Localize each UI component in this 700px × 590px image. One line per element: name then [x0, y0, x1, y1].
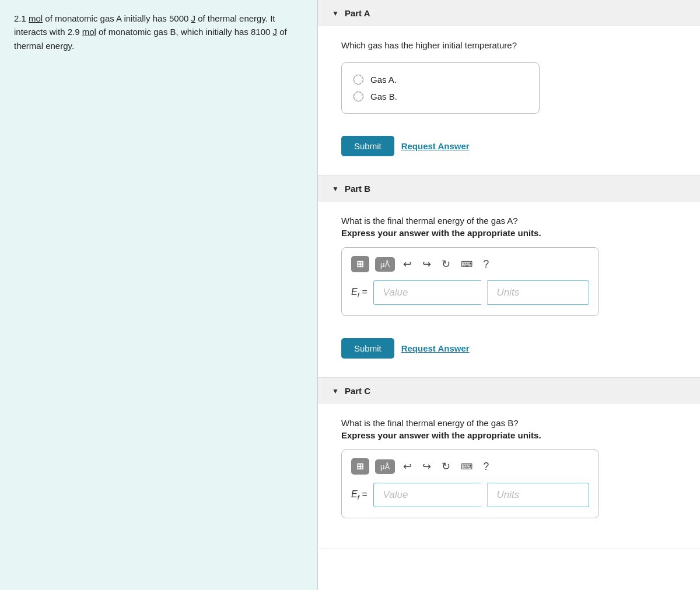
part-b-math-container: ⊞ μÅ ↩ ↪ ↻ ⌨ ? Ef =: [341, 247, 599, 316]
grid-icon-b[interactable]: ⊞: [351, 256, 369, 272]
refresh-icon-b[interactable]: ↻: [439, 257, 453, 272]
part-a-radio-group: Gas A. Gas B.: [341, 62, 540, 114]
chevron-icon-c: ▼: [332, 387, 339, 395]
part-b-submit-button[interactable]: Submit: [341, 338, 394, 359]
part-b-header[interactable]: ▼ Part B: [318, 175, 700, 202]
help-icon-b[interactable]: ?: [481, 257, 491, 272]
part-a-button-row: Submit Request Answer: [341, 136, 677, 156]
part-b-button-row: Submit Request Answer: [341, 338, 677, 359]
part-c-label: Part C: [345, 386, 370, 396]
part-c-header[interactable]: ▼ Part C: [318, 378, 700, 404]
part-b-request-button[interactable]: Request Answer: [401, 343, 470, 353]
redo-icon-b[interactable]: ↪: [420, 257, 433, 272]
part-b-body: What is the final thermal energy of the …: [318, 202, 700, 377]
part-c-units-input[interactable]: [487, 483, 589, 507]
part-b-question: What is the final thermal energy of the …: [341, 216, 677, 226]
part-b-toolbar: ⊞ μÅ ↩ ↪ ↻ ⌨ ?: [351, 256, 589, 272]
radio-gas-b[interactable]: [354, 92, 363, 101]
part-a-question: Which gas has the higher initial tempera…: [341, 40, 677, 50]
sym-icon-c[interactable]: μÅ: [375, 459, 395, 474]
part-c-value-input[interactable]: [373, 483, 481, 507]
grid-icon-c[interactable]: ⊞: [351, 458, 369, 475]
part-c-body: What is the final thermal energy of the …: [318, 404, 700, 549]
right-panel: ▼ Part A Which gas has the higher initia…: [318, 0, 700, 590]
radio-gas-b-label: Gas B.: [370, 92, 397, 101]
part-a-label: Part A: [345, 8, 370, 18]
radio-gas-a[interactable]: [354, 75, 363, 85]
part-c-section: ▼ Part C What is the final thermal energ…: [318, 378, 700, 549]
undo-icon-c[interactable]: ↩: [401, 459, 414, 474]
part-c-express: Express your answer with the appropriate…: [341, 430, 677, 440]
part-b-field-row: Ef =: [351, 280, 589, 305]
part-c-math-container: ⊞ μÅ ↩ ↪ ↻ ⌨ ? Ef =: [341, 449, 599, 518]
radio-option-gas-b[interactable]: Gas B.: [354, 88, 527, 105]
part-b-units-input[interactable]: [487, 280, 589, 305]
part-a-request-button[interactable]: Request Answer: [401, 141, 470, 151]
keyboard-icon-b[interactable]: ⌨: [459, 258, 475, 270]
help-icon-c[interactable]: ?: [481, 459, 491, 474]
part-b-value-input[interactable]: [373, 280, 481, 305]
radio-option-gas-a[interactable]: Gas A.: [354, 71, 527, 88]
chevron-icon-b: ▼: [332, 185, 339, 193]
redo-icon-c[interactable]: ↪: [420, 459, 433, 474]
part-a-section: ▼ Part A Which gas has the higher initia…: [318, 0, 700, 175]
part-c-question: What is the final thermal energy of the …: [341, 418, 677, 428]
part-b-label: Part B: [345, 184, 370, 194]
part-c-math-label: Ef =: [351, 489, 368, 501]
part-b-express: Express your answer with the appropriate…: [341, 228, 677, 238]
part-a-body: Which gas has the higher initial tempera…: [318, 26, 700, 175]
refresh-icon-c[interactable]: ↻: [439, 459, 453, 474]
sym-icon-b[interactable]: μÅ: [375, 257, 395, 272]
part-b-section: ▼ Part B What is the final thermal energ…: [318, 175, 700, 378]
part-c-toolbar: ⊞ μÅ ↩ ↪ ↻ ⌨ ?: [351, 458, 589, 475]
keyboard-icon-c[interactable]: ⌨: [459, 461, 475, 472]
problem-text: 2.1 mol of monatomic gas A initially has…: [14, 12, 303, 52]
radio-gas-a-label: Gas A.: [370, 75, 397, 85]
part-a-submit-button[interactable]: Submit: [341, 136, 394, 156]
problem-panel: 2.1 mol of monatomic gas A initially has…: [0, 0, 318, 590]
part-b-math-label: Ef =: [351, 287, 368, 298]
part-c-field-row: Ef =: [351, 483, 589, 507]
undo-icon-b[interactable]: ↩: [401, 257, 414, 272]
part-a-header[interactable]: ▼ Part A: [318, 0, 700, 26]
chevron-icon-a: ▼: [332, 9, 339, 17]
